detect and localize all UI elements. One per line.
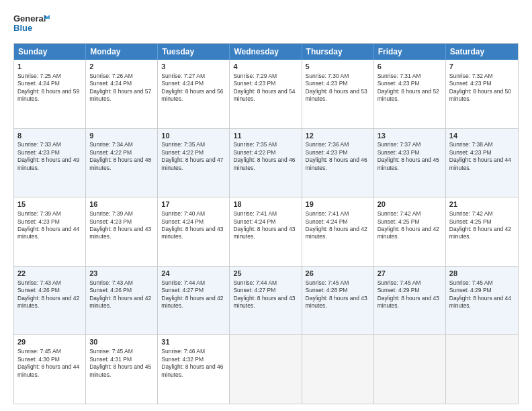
daylight-text: Daylight: 8 hours and 49 minutes. [17, 156, 79, 171]
sunset-text: Sunset: 4:25 PM [378, 218, 420, 225]
sunrise-text: Sunrise: 7:35 AM [233, 141, 277, 148]
calendar-cell: 24Sunrise: 7:44 AMSunset: 4:27 PMDayligh… [158, 267, 230, 335]
calendar-cell: 17Sunrise: 7:40 AMSunset: 4:24 PMDayligh… [158, 197, 230, 266]
weekday-header: Sunday [14, 44, 86, 60]
day-number: 17 [161, 199, 226, 210]
sunrise-text: Sunrise: 7:38 AM [449, 141, 493, 148]
daylight-text: Daylight: 8 hours and 50 minutes. [449, 88, 511, 102]
sunset-text: Sunset: 4:24 PM [306, 218, 348, 225]
calendar-cell: 16Sunrise: 7:39 AMSunset: 4:23 PMDayligh… [86, 197, 158, 266]
sunrise-text: Sunrise: 7:43 AM [89, 279, 133, 286]
calendar-cell: 9Sunrise: 7:34 AMSunset: 4:22 PMDaylight… [86, 129, 158, 197]
calendar-cell [302, 335, 374, 404]
day-number: 31 [161, 337, 226, 347]
sunrise-text: Sunrise: 7:29 AM [233, 73, 277, 79]
weekday-header: Monday [86, 44, 158, 60]
day-number: 20 [378, 199, 442, 210]
sunset-text: Sunset: 4:27 PM [233, 287, 275, 293]
logo: General Blue [13, 12, 50, 36]
sunset-text: Sunset: 4:24 PM [89, 80, 132, 87]
calendar-cell: 26Sunrise: 7:45 AMSunset: 4:28 PMDayligh… [302, 267, 374, 335]
sunrise-text: Sunrise: 7:44 AM [233, 279, 277, 286]
calendar-cell [374, 335, 446, 404]
sunrise-text: Sunrise: 7:45 AM [89, 348, 133, 355]
sunrise-text: Sunrise: 7:43 AM [17, 279, 61, 286]
sunset-text: Sunset: 4:23 PM [378, 80, 420, 87]
daylight-text: Daylight: 8 hours and 52 minutes. [378, 88, 439, 102]
daylight-text: Daylight: 8 hours and 43 minutes. [89, 226, 151, 240]
daylight-text: Daylight: 8 hours and 43 minutes. [306, 295, 367, 309]
calendar-row: 8Sunrise: 7:33 AMSunset: 4:23 PMDaylight… [14, 128, 518, 197]
day-number: 22 [17, 269, 82, 279]
day-number: 11 [233, 131, 298, 141]
daylight-text: Daylight: 8 hours and 42 minutes. [306, 226, 367, 240]
daylight-text: Daylight: 8 hours and 42 minutes. [89, 295, 151, 309]
calendar-cell: 8Sunrise: 7:33 AMSunset: 4:23 PMDaylight… [14, 129, 86, 197]
sunset-text: Sunset: 4:32 PM [161, 356, 204, 363]
day-number: 24 [161, 269, 226, 279]
sunset-text: Sunset: 4:23 PM [306, 80, 348, 87]
calendar-cell: 1Sunrise: 7:25 AMSunset: 4:24 PMDaylight… [14, 60, 86, 128]
calendar-cell: 6Sunrise: 7:31 AMSunset: 4:23 PMDaylight… [374, 60, 446, 128]
sunrise-text: Sunrise: 7:26 AM [89, 73, 133, 79]
day-number: 3 [161, 62, 226, 72]
calendar-cell: 12Sunrise: 7:36 AMSunset: 4:23 PMDayligh… [302, 129, 374, 197]
calendar-cell: 5Sunrise: 7:30 AMSunset: 4:23 PMDaylight… [302, 60, 374, 128]
sunrise-text: Sunrise: 7:27 AM [161, 73, 205, 79]
calendar-row: 22Sunrise: 7:43 AMSunset: 4:26 PMDayligh… [14, 266, 518, 335]
daylight-text: Daylight: 8 hours and 42 minutes. [161, 295, 223, 309]
calendar-body: 1Sunrise: 7:25 AMSunset: 4:24 PMDaylight… [14, 60, 518, 404]
calendar-cell: 20Sunrise: 7:42 AMSunset: 4:25 PMDayligh… [374, 197, 446, 266]
sunrise-text: Sunrise: 7:45 AM [306, 279, 349, 286]
daylight-text: Daylight: 8 hours and 44 minutes. [449, 156, 511, 171]
day-number: 13 [378, 131, 442, 141]
sunset-text: Sunset: 4:24 PM [161, 80, 204, 87]
calendar-cell: 22Sunrise: 7:43 AMSunset: 4:26 PMDayligh… [14, 267, 86, 335]
sunrise-text: Sunrise: 7:32 AM [449, 73, 493, 79]
sunset-text: Sunset: 4:24 PM [161, 218, 204, 225]
daylight-text: Daylight: 8 hours and 56 minutes. [161, 88, 223, 102]
calendar-cell: 19Sunrise: 7:41 AMSunset: 4:24 PMDayligh… [302, 197, 374, 266]
sunset-text: Sunset: 4:23 PM [378, 149, 420, 156]
calendar-cell: 28Sunrise: 7:45 AMSunset: 4:29 PMDayligh… [446, 267, 518, 335]
day-number: 28 [449, 269, 515, 279]
sunset-text: Sunset: 4:23 PM [17, 149, 60, 156]
calendar-cell: 31Sunrise: 7:46 AMSunset: 4:32 PMDayligh… [158, 335, 230, 404]
calendar-cell [446, 335, 518, 404]
day-number: 18 [233, 199, 298, 210]
calendar-cell: 4Sunrise: 7:29 AMSunset: 4:23 PMDaylight… [230, 60, 302, 128]
sunrise-text: Sunrise: 7:39 AM [17, 210, 61, 217]
day-number: 2 [89, 62, 154, 72]
day-number: 27 [378, 269, 442, 279]
svg-text:Blue: Blue [13, 23, 32, 33]
sunset-text: Sunset: 4:29 PM [378, 287, 420, 293]
sunrise-text: Sunrise: 7:42 AM [378, 210, 421, 217]
calendar-cell: 11Sunrise: 7:35 AMSunset: 4:22 PMDayligh… [230, 129, 302, 197]
day-number: 14 [449, 131, 515, 141]
sunrise-text: Sunrise: 7:41 AM [233, 210, 277, 217]
sunset-text: Sunset: 4:22 PM [161, 149, 204, 156]
day-number: 26 [306, 269, 370, 279]
weekday-header: Thursday [302, 44, 374, 60]
sunset-text: Sunset: 4:25 PM [449, 218, 492, 225]
day-number: 6 [378, 62, 442, 72]
weekday-header: Friday [374, 44, 446, 60]
daylight-text: Daylight: 8 hours and 59 minutes. [17, 88, 79, 102]
sunset-text: Sunset: 4:23 PM [449, 80, 492, 87]
page: General Blue SundayMondayTuesdayWednesda… [0, 0, 532, 411]
daylight-text: Daylight: 8 hours and 43 minutes. [161, 226, 223, 240]
calendar-cell: 14Sunrise: 7:38 AMSunset: 4:23 PMDayligh… [446, 129, 518, 197]
daylight-text: Daylight: 8 hours and 53 minutes. [306, 88, 367, 102]
sunrise-text: Sunrise: 7:34 AM [89, 141, 133, 148]
sunset-text: Sunset: 4:28 PM [306, 287, 348, 293]
calendar-cell: 23Sunrise: 7:43 AMSunset: 4:26 PMDayligh… [86, 267, 158, 335]
sunset-text: Sunset: 4:23 PM [306, 149, 348, 156]
sunset-text: Sunset: 4:30 PM [17, 356, 60, 363]
daylight-text: Daylight: 8 hours and 44 minutes. [17, 363, 79, 377]
sunrise-text: Sunrise: 7:33 AM [17, 141, 61, 148]
calendar-cell: 7Sunrise: 7:32 AMSunset: 4:23 PMDaylight… [446, 60, 518, 128]
calendar-cell: 15Sunrise: 7:39 AMSunset: 4:23 PMDayligh… [14, 197, 86, 266]
calendar-row: 29Sunrise: 7:45 AMSunset: 4:30 PMDayligh… [14, 334, 518, 404]
calendar-cell: 2Sunrise: 7:26 AMSunset: 4:24 PMDaylight… [86, 60, 158, 128]
daylight-text: Daylight: 8 hours and 46 minutes. [161, 363, 223, 377]
